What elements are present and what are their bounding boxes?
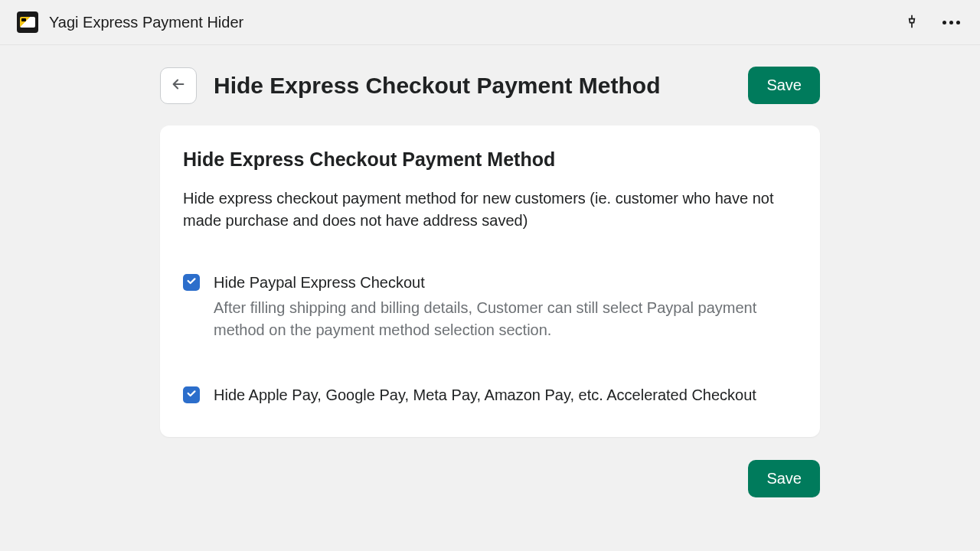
page-header-left: Hide Express Checkout Payment Method [160, 67, 660, 104]
check-icon [186, 388, 197, 402]
option-content: Hide Apple Pay, Google Pay, Meta Pay, Am… [214, 384, 797, 406]
pin-icon [904, 14, 920, 31]
pin-button[interactable] [901, 11, 923, 34]
card-description: Hide express checkout payment method for… [183, 187, 797, 232]
checkbox-accelerated[interactable] [183, 386, 200, 403]
content: Hide Express Checkout Payment Method Sav… [0, 45, 980, 497]
save-button-top[interactable]: Save [748, 67, 820, 104]
save-button-bottom[interactable]: Save [748, 460, 820, 497]
option-label: Hide Paypal Express Checkout [214, 272, 797, 294]
back-button[interactable] [160, 67, 197, 104]
checkbox-paypal[interactable] [183, 274, 200, 291]
option-row-paypal: Hide Paypal Express Checkout After filli… [183, 272, 797, 341]
option-label: Hide Apple Pay, Google Pay, Meta Pay, Am… [214, 384, 797, 406]
option-help: After filling shipping and billing detai… [214, 297, 797, 341]
card-title: Hide Express Checkout Payment Method [183, 148, 797, 171]
app-title: Yagi Express Payment Hider [49, 14, 243, 31]
topbar-right [901, 11, 963, 34]
more-icon [942, 21, 960, 24]
page-title: Hide Express Checkout Payment Method [214, 73, 660, 99]
option-row-accelerated: Hide Apple Pay, Google Pay, Meta Pay, Am… [183, 384, 797, 406]
page-header: Hide Express Checkout Payment Method Sav… [160, 67, 820, 104]
settings-card: Hide Express Checkout Payment Method Hid… [160, 126, 820, 437]
topbar-left: Yagi Express Payment Hider [17, 11, 243, 33]
footer: Save [160, 460, 820, 497]
more-button[interactable] [939, 18, 963, 28]
app-icon [17, 11, 38, 33]
topbar: Yagi Express Payment Hider [0, 0, 980, 45]
check-icon [186, 276, 197, 289]
option-content: Hide Paypal Express Checkout After filli… [214, 272, 797, 341]
arrow-left-icon [170, 76, 187, 95]
